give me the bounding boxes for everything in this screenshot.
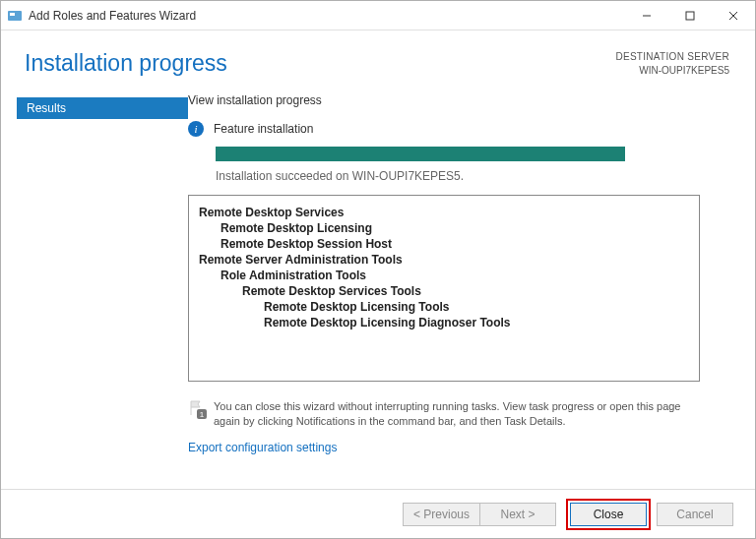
status-message: Installation succeeded on WIN-OUPI7KEPES… [216, 169, 731, 183]
view-progress-label: View installation progress [188, 93, 731, 107]
installed-features-box: Remote Desktop Services Remote Desktop L… [188, 195, 700, 382]
sidebar: Results [1, 93, 188, 489]
main-panel: View installation progress i Feature ins… [188, 93, 731, 489]
feature-item: Remote Desktop Licensing Diagnoser Tools [264, 316, 689, 329]
feature-item: Remote Desktop Services Tools [242, 284, 689, 298]
cancel-button: Cancel [657, 503, 733, 526]
flag-icon: 1 [188, 399, 204, 417]
svg-rect-3 [686, 12, 694, 20]
feature-item: Remote Desktop Services [199, 206, 689, 219]
progress-bar [216, 147, 625, 161]
previous-button: < Previous [403, 503, 479, 526]
notification-hint-row: 1 You can close this wizard without inte… [188, 399, 710, 429]
svg-rect-1 [10, 13, 15, 16]
feature-item: Remote Desktop Licensing [220, 221, 689, 235]
titlebar: Add Roles and Features Wizard [1, 1, 755, 30]
body: Results View installation progress i Fea… [1, 86, 755, 489]
close-button[interactable]: Close [570, 503, 647, 526]
footer: < Previous Next > Close Cancel [1, 489, 755, 538]
next-button: Next > [479, 503, 556, 526]
feature-item: Remote Desktop Session Host [220, 237, 689, 251]
info-icon: i [188, 121, 204, 137]
feature-item: Role Administration Tools [220, 269, 689, 282]
app-icon [7, 8, 23, 24]
feature-item: Remote Desktop Licensing Tools [264, 300, 689, 314]
close-window-button[interactable] [712, 1, 755, 30]
export-config-link[interactable]: Export configuration settings [188, 441, 731, 454]
page-title: Installation progress [25, 50, 615, 77]
feature-installation-label: Feature installation [214, 122, 313, 136]
destination-server-name: WIN-OUPI7KEPES5 [615, 64, 729, 78]
notification-hint-text: You can close this wizard without interr… [214, 399, 710, 429]
sidebar-item-results[interactable]: Results [17, 97, 188, 119]
destination-server-label: DESTINATION SERVER [615, 50, 729, 64]
window-controls [625, 1, 755, 30]
header: Installation progress DESTINATION SERVER… [1, 30, 755, 86]
install-info-row: i Feature installation [188, 121, 731, 137]
close-button-highlight: Close [566, 499, 651, 530]
minimize-button[interactable] [625, 1, 668, 30]
maximize-button[interactable] [668, 1, 712, 30]
destination-server-block: DESTINATION SERVER WIN-OUPI7KEPES5 [615, 50, 729, 78]
wizard-window: Add Roles and Features Wizard Installati… [0, 0, 756, 539]
feature-item: Remote Server Administration Tools [199, 253, 689, 267]
window-title: Add Roles and Features Wizard [29, 9, 625, 23]
